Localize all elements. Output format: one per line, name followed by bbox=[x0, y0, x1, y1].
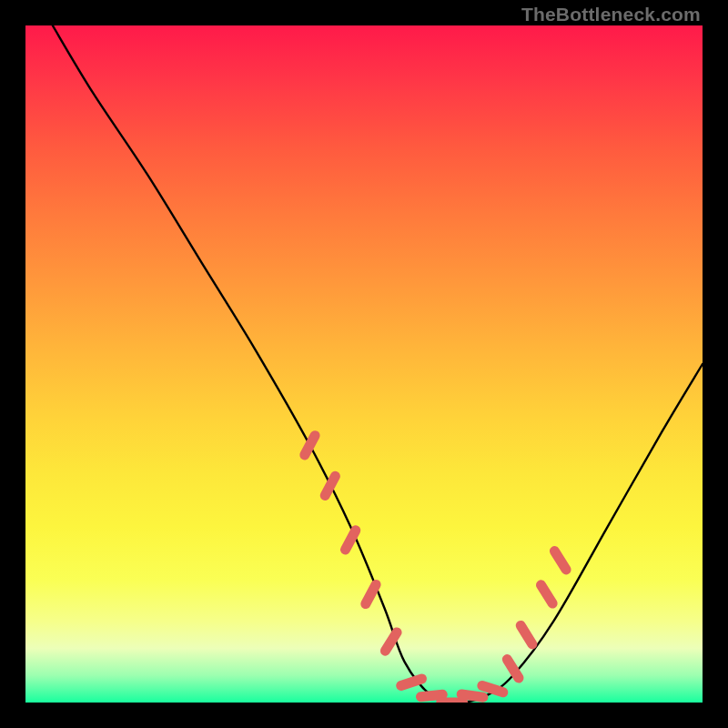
highlight-dash bbox=[346, 531, 356, 550]
bottleneck-curve bbox=[53, 25, 703, 703]
highlight-dash bbox=[521, 625, 532, 643]
highlight-dash bbox=[482, 685, 503, 692]
highlight-dash bbox=[461, 694, 483, 697]
highlight-dash bbox=[507, 660, 519, 678]
highlight-dash bbox=[421, 694, 443, 697]
watermark-text: TheBottleneck.com bbox=[521, 4, 701, 25]
highlight-dashes bbox=[305, 436, 566, 703]
chart-svg bbox=[25, 25, 703, 703]
highlight-dash bbox=[541, 585, 553, 603]
highlight-dash bbox=[401, 679, 422, 685]
highlight-dash bbox=[554, 551, 566, 570]
highlight-dash bbox=[385, 632, 397, 651]
chart-frame: TheBottleneck.com bbox=[0, 0, 728, 728]
highlight-dash bbox=[366, 584, 376, 603]
plot-area bbox=[25, 25, 703, 703]
